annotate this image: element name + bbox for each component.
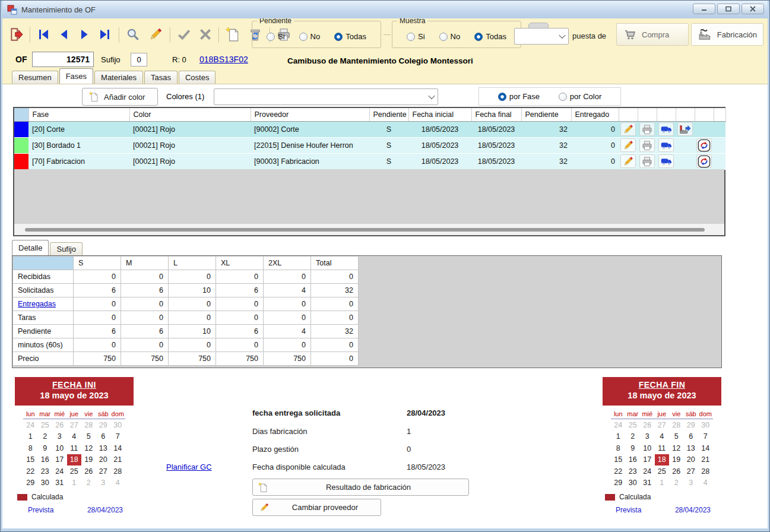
row-truck-button[interactable] (658, 122, 674, 136)
calendar-day[interactable]: 1 (23, 431, 38, 443)
calendar-day[interactable]: 26 (640, 419, 655, 431)
calendar-day[interactable]: 5 (81, 431, 96, 443)
calendar-day[interactable]: 2 (626, 431, 641, 443)
calendar-day[interactable]: 30 (698, 419, 713, 431)
por-fase-radio[interactable]: por Fase (498, 92, 540, 101)
calendar-day[interactable]: 19 (81, 454, 96, 466)
muestra-radio-no[interactable]: No (439, 32, 461, 41)
calendar-day[interactable]: 22 (23, 466, 38, 477)
calendar-day[interactable]: 5 (669, 431, 684, 443)
confirm-button[interactable] (175, 26, 194, 43)
pendiente-radio-no[interactable]: No (299, 32, 321, 41)
entregadas-link[interactable]: Entregadas (18, 300, 56, 308)
muestra-radio-todas[interactable]: Todas (474, 32, 506, 41)
tab-fases[interactable]: Fases (59, 68, 93, 84)
tab-resumen[interactable]: Resumen (12, 71, 58, 84)
fase-row[interactable]: [30] Bordado 1[00021] Rojo[22015] Denise… (14, 137, 725, 153)
tab-sufijo[interactable]: Sufijo (50, 242, 83, 255)
nav-prev-button[interactable] (55, 26, 74, 43)
calendar-day[interactable]: 24 (640, 466, 655, 477)
cancel-button[interactable] (196, 26, 215, 43)
calendar-day-selected[interactable]: 18 (67, 454, 82, 466)
row-print-button[interactable] (639, 154, 655, 168)
row-refresh-button[interactable] (696, 138, 712, 152)
calendar-day[interactable]: 27 (655, 419, 670, 431)
calendar-day[interactable]: 30 (626, 477, 641, 489)
calendar-day[interactable]: 21 (110, 454, 125, 466)
calendar-day[interactable]: 14 (110, 442, 125, 454)
close-button[interactable] (742, 4, 764, 14)
calendar-day[interactable]: 16 (626, 454, 641, 466)
calendar-day[interactable]: 8 (611, 442, 626, 454)
row-print-button[interactable] (639, 122, 655, 136)
calendar-day[interactable]: 31 (640, 477, 655, 489)
calendar-day[interactable]: 1 (655, 477, 670, 489)
calendar-day[interactable]: 15 (611, 454, 626, 466)
calendar-day[interactable]: 28 (669, 419, 684, 431)
calendar-day[interactable]: 23 (626, 466, 641, 477)
resultado-fabricacion-button[interactable]: Resultado de fabricación (252, 479, 469, 496)
calendar-day[interactable]: 27 (684, 466, 699, 477)
calendar-day[interactable]: 29 (611, 477, 626, 489)
calendar-day[interactable]: 17 (640, 454, 655, 466)
row-print-button[interactable] (639, 138, 655, 152)
calendar-day[interactable]: 29 (23, 477, 38, 489)
scrollbar-thumb[interactable] (25, 228, 705, 232)
maximize-button[interactable] (717, 4, 740, 14)
por-color-radio[interactable]: por Color (559, 92, 601, 101)
calendar-day[interactable]: 11 (655, 442, 670, 454)
nav-last-button[interactable] (95, 26, 114, 43)
fase-row[interactable]: [20] Corte[00021] Rojo[90002] CorteS18/0… (14, 121, 725, 137)
calendar-day[interactable]: 23 (38, 466, 53, 477)
calendar-day[interactable]: 1 (611, 431, 626, 443)
calendar-day[interactable]: 9 (38, 442, 53, 454)
calendar-day[interactable]: 28 (698, 466, 713, 477)
calendar-day[interactable]: 10 (640, 442, 655, 454)
calendar-day[interactable]: 1 (67, 477, 82, 489)
calendar-day[interactable]: 6 (96, 431, 111, 443)
calendar-day[interactable]: 2 (81, 477, 96, 489)
search-button[interactable] (123, 26, 142, 43)
horizontal-scrollbar[interactable] (14, 224, 724, 235)
calendar-day-selected[interactable]: 18 (655, 454, 670, 466)
calendar-day[interactable]: 7 (698, 431, 713, 443)
calendar-day[interactable]: 4 (67, 431, 82, 443)
fabricacion-button[interactable]: Fabricación (691, 23, 763, 46)
tab-costes[interactable]: Costes (179, 71, 216, 84)
minimize-button[interactable] (693, 4, 715, 14)
calendar-day[interactable]: 25 (655, 466, 670, 477)
planificar-gc-link[interactable]: Planificar GC (166, 463, 212, 471)
exit-button[interactable] (7, 26, 26, 43)
row-truck-button[interactable] (658, 154, 674, 168)
reference-link[interactable]: 018BS13F02 (199, 55, 248, 64)
calendar-day[interactable]: 10 (52, 442, 67, 454)
calendar-day[interactable]: 9 (626, 442, 641, 454)
calendar-day[interactable]: 6 (684, 431, 699, 443)
calendar-day[interactable]: 7 (110, 431, 125, 443)
calendar-day[interactable]: 29 (684, 419, 699, 431)
calendar-day[interactable]: 28 (110, 466, 125, 477)
of-number-input[interactable]: 12571 (32, 52, 94, 67)
new-record-button[interactable] (223, 26, 242, 43)
pendiente-radio-si[interactable]: Si (267, 32, 285, 41)
calendar-day[interactable]: 24 (23, 419, 38, 431)
colores-combobox[interactable] (214, 88, 438, 105)
calendar-day[interactable]: 14 (698, 442, 713, 454)
calendar-day[interactable]: 12 (669, 442, 684, 454)
calendar-day[interactable]: 25 (38, 419, 53, 431)
propuesta-combobox[interactable] (514, 28, 569, 45)
calendar-day[interactable]: 8 (23, 442, 38, 454)
calendar-day[interactable]: 12 (81, 442, 96, 454)
calendar-day[interactable]: 27 (96, 466, 111, 477)
calendar-day[interactable]: 11 (67, 442, 82, 454)
calendar-day[interactable]: 31 (52, 477, 67, 489)
calendar-day[interactable]: 16 (38, 454, 53, 466)
calendar-day[interactable]: 24 (611, 419, 626, 431)
add-color-button[interactable]: Añadir color (82, 88, 158, 106)
row-factory-button[interactable] (677, 122, 693, 136)
tab-tasas[interactable]: Tasas (144, 71, 178, 84)
calendar-day[interactable]: 20 (96, 454, 111, 466)
calendar-day[interactable]: 4 (655, 431, 670, 443)
calendar-day[interactable]: 26 (52, 419, 67, 431)
row-edit-button[interactable] (620, 138, 636, 152)
